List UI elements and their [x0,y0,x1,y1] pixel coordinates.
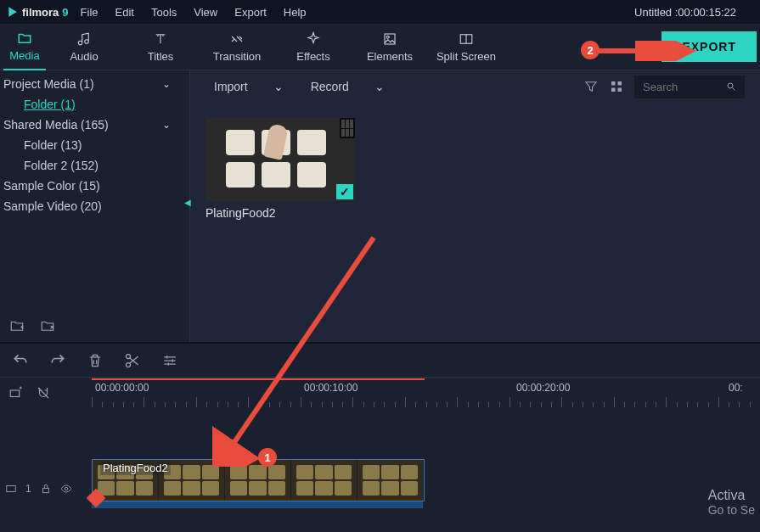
effects-icon [306,31,321,47]
timecode: 00: [729,382,743,394]
undo-icon[interactable] [12,352,29,369]
main-menu: File Edit Tools View Export Help [81,6,307,19]
app-logo: filmora9 [7,6,69,19]
svg-rect-0 [385,34,395,44]
chevron-down-icon: ⌄ [162,78,183,90]
svg-point-8 [728,83,733,88]
tab-audio[interactable]: Audio [46,24,122,70]
svg-rect-14 [7,486,16,492]
media-thumbnail[interactable]: ✓ PlatingFood2 [205,118,355,220]
sidebar-item-project-media[interactable]: Project Media (1)⌄ [0,74,189,94]
svg-point-1 [386,36,389,38]
chevron-down-icon: ⌄ [374,80,385,93]
track-controls: 1 [5,483,72,495]
lock-icon[interactable] [40,483,52,495]
tab-label: Audio [70,50,98,63]
track-index: 1 [25,483,31,495]
text-icon [153,31,168,47]
track-type-icon[interactable] [5,483,17,495]
svg-rect-7 [618,88,622,92]
main-area: Project Media (1)⌄ Folder (1) Shared Med… [0,70,760,342]
tab-label: Effects [296,50,330,63]
chevron-down-icon: ⌄ [273,80,284,93]
redo-icon[interactable] [49,352,66,369]
record-dropdown[interactable]: Record⌄ [302,76,393,98]
clip-label: PlatingFood2 [100,461,171,475]
sidebar-item-sample-video[interactable]: Sample Video (20) [0,196,189,216]
tab-split-screen[interactable]: Split Screen [428,24,504,70]
app-version: 9 [62,6,68,19]
svg-point-16 [65,487,68,490]
split-icon[interactable] [124,352,141,369]
adjust-icon[interactable] [161,352,178,369]
tab-label: Split Screen [436,50,496,63]
app-name: filmora [22,6,59,19]
folder-icon [17,31,32,46]
sidebar-item-sample-color[interactable]: Sample Color (15) [0,176,189,196]
timecode: 00:00:10:00 [304,382,357,394]
timeline-ruler[interactable]: 00:00:00:00 00:00:10:00 00:00:20:00 00: [0,378,760,408]
split-screen-icon [459,31,474,47]
annotation-badge-2: 2 [581,41,600,59]
timeline-toolbar [0,344,760,378]
tab-transition[interactable]: Transition [199,24,275,70]
svg-rect-15 [42,488,48,492]
sidebar-item-folder-2[interactable]: Folder 2 (152) [0,155,189,176]
annotation-badge-1: 1 [258,448,277,467]
project-title: Untitled :00:00:15:22 [634,6,736,19]
sidebar-item-folder-13[interactable]: Folder (13) [0,135,189,155]
svg-rect-6 [611,88,616,92]
menu-file[interactable]: File [81,6,99,19]
used-checkmark-icon: ✓ [336,184,353,199]
delete-icon[interactable] [87,352,104,369]
sidebar-collapse-handle[interactable]: ◀ [184,198,191,207]
timeline-body[interactable]: PlatingFood2 1 [0,408,760,527]
chevron-down-icon: ⌄ [162,119,183,131]
tool-tabs: Media Audio Titles Transition Effects El… [0,24,760,70]
tab-effects[interactable]: Effects [275,24,352,70]
tab-titles[interactable]: Titles [122,24,199,70]
timecode: 00:00:20:00 [516,382,570,394]
search-box[interactable] [634,76,745,98]
menu-tools[interactable]: Tools [151,6,177,19]
sidebar-item-folder-1[interactable]: Folder (1) [0,94,189,115]
media-sidebar: Project Media (1)⌄ Folder (1) Shared Med… [0,70,190,342]
remove-folder-icon[interactable] [39,318,56,333]
ruler-ticks [92,395,760,407]
eye-icon[interactable] [60,483,72,495]
tab-elements[interactable]: Elements [352,24,428,70]
windows-watermark: Activa Go to Se [708,488,755,517]
tab-label: Elements [367,50,413,63]
sidebar-actions [8,318,56,333]
tab-label: Transition [213,50,262,63]
add-track-icon[interactable] [8,385,24,400]
thumbnail-image: ✓ [205,118,355,201]
music-note-icon [76,31,92,47]
playhead-range [92,378,425,380]
svg-rect-4 [611,81,616,86]
elements-icon [382,31,397,47]
menu-export[interactable]: Export [234,6,267,19]
magnet-icon[interactable] [36,385,51,400]
search-icon [726,81,736,92]
grid-view-icon[interactable] [609,79,624,94]
tab-media[interactable]: Media [3,24,46,70]
search-input[interactable] [643,81,719,93]
svg-rect-12 [10,390,20,397]
content-toolbar: Import⌄ Record⌄ [190,70,760,103]
filter-icon[interactable] [583,79,599,94]
timecode: 00:00:00:00 [95,382,149,394]
sidebar-item-shared-media[interactable]: Shared Media (165)⌄ [0,115,189,135]
export-button[interactable]: EXPORT [661,31,757,62]
menu-view[interactable]: View [194,6,217,19]
menu-edit[interactable]: Edit [115,6,134,19]
add-folder-icon[interactable] [8,318,25,333]
media-content: Import⌄ Record⌄ ✓ PlatingFood2 [190,70,760,342]
ruler-track[interactable]: 00:00:00:00 00:00:10:00 00:00:20:00 00: [92,378,760,408]
menu-help[interactable]: Help [284,6,307,19]
svg-rect-5 [618,81,622,86]
import-dropdown[interactable]: Import⌄ [205,76,292,98]
tab-label: Media [9,49,39,62]
audio-track[interactable] [92,501,423,508]
thumbnail-grid: ✓ PlatingFood2 [190,103,760,235]
